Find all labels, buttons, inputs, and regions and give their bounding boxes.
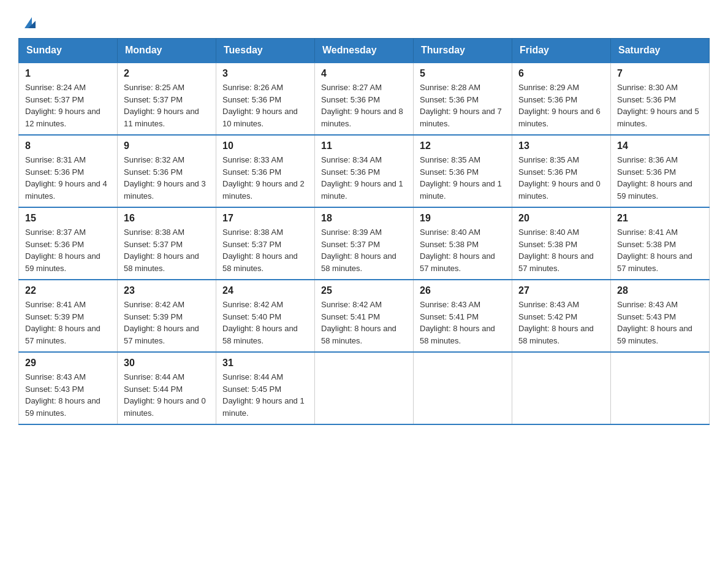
logo-icon <box>20 12 40 33</box>
daylight-label: Daylight: 8 hours and 58 minutes. <box>420 324 495 345</box>
daylight-label: Daylight: 9 hours and 1 minute. <box>222 396 305 418</box>
sunrise-label: Sunrise: 8:42 AM <box>222 300 283 309</box>
day-number: 30 <box>124 358 210 369</box>
sunrise-label: Sunrise: 8:41 AM <box>617 228 678 237</box>
day-cell <box>611 352 710 424</box>
day-cell: 19 Sunrise: 8:40 AM Sunset: 5:38 PM Dayl… <box>414 207 512 280</box>
day-info: Sunrise: 8:44 AM Sunset: 5:44 PM Dayligh… <box>124 371 210 419</box>
daylight-label: Daylight: 9 hours and 0 minutes. <box>518 179 601 201</box>
day-number: 1 <box>25 68 111 79</box>
day-info: Sunrise: 8:36 AM Sunset: 5:36 PM Dayligh… <box>617 154 703 202</box>
daylight-label: Daylight: 8 hours and 58 minutes. <box>321 251 396 273</box>
daylight-label: Daylight: 8 hours and 58 minutes. <box>222 324 298 345</box>
day-cell: 9 Sunrise: 8:32 AM Sunset: 5:36 PM Dayli… <box>118 135 216 207</box>
day-number: 8 <box>25 140 111 151</box>
week-row-1: 1 Sunrise: 8:24 AM Sunset: 5:37 PM Dayli… <box>19 63 710 135</box>
daylight-label: Daylight: 9 hours and 10 minutes. <box>222 107 298 128</box>
daylight-label: Daylight: 9 hours and 11 minutes. <box>124 107 199 128</box>
sunset-label: Sunset: 5:43 PM <box>25 385 84 394</box>
sunrise-label: Sunrise: 8:25 AM <box>124 83 184 92</box>
sunrise-label: Sunrise: 8:29 AM <box>518 83 579 92</box>
day-info: Sunrise: 8:30 AM Sunset: 5:36 PM Dayligh… <box>617 82 703 129</box>
day-cell <box>414 352 512 424</box>
day-number: 3 <box>222 68 308 79</box>
daylight-label: Daylight: 8 hours and 57 minutes. <box>25 324 100 345</box>
sunset-label: Sunset: 5:41 PM <box>420 312 479 321</box>
daylight-label: Daylight: 9 hours and 3 minutes. <box>124 179 206 201</box>
day-cell: 20 Sunrise: 8:40 AM Sunset: 5:38 PM Dayl… <box>512 207 611 280</box>
sunset-label: Sunset: 5:43 PM <box>617 312 676 321</box>
week-row-4: 22 Sunrise: 8:41 AM Sunset: 5:39 PM Dayl… <box>19 280 710 352</box>
day-info: Sunrise: 8:38 AM Sunset: 5:37 PM Dayligh… <box>222 226 308 274</box>
daylight-label: Daylight: 8 hours and 59 minutes. <box>617 179 692 201</box>
day-cell <box>512 352 611 424</box>
sunrise-label: Sunrise: 8:32 AM <box>124 155 184 164</box>
sunrise-label: Sunrise: 8:37 AM <box>25 228 86 237</box>
day-cell: 4 Sunrise: 8:27 AM Sunset: 5:36 PM Dayli… <box>315 63 414 135</box>
day-info: Sunrise: 8:32 AM Sunset: 5:36 PM Dayligh… <box>124 154 210 202</box>
daylight-label: Daylight: 8 hours and 57 minutes. <box>420 251 495 273</box>
sunset-label: Sunset: 5:39 PM <box>124 312 183 321</box>
daylight-label: Daylight: 8 hours and 59 minutes. <box>25 396 100 418</box>
day-info: Sunrise: 8:43 AM Sunset: 5:43 PM Dayligh… <box>25 371 111 419</box>
day-number: 7 <box>617 68 703 79</box>
sunrise-label: Sunrise: 8:39 AM <box>321 228 382 237</box>
day-info: Sunrise: 8:24 AM Sunset: 5:37 PM Dayligh… <box>25 82 111 129</box>
sunrise-label: Sunrise: 8:42 AM <box>321 300 382 309</box>
sunrise-label: Sunrise: 8:24 AM <box>25 83 86 92</box>
day-cell: 14 Sunrise: 8:36 AM Sunset: 5:36 PM Dayl… <box>611 135 710 207</box>
logo <box>18 12 40 28</box>
day-info: Sunrise: 8:34 AM Sunset: 5:36 PM Dayligh… <box>321 154 407 202</box>
sunset-label: Sunset: 5:37 PM <box>124 95 183 104</box>
day-info: Sunrise: 8:41 AM Sunset: 5:39 PM Dayligh… <box>25 299 111 347</box>
sunset-label: Sunset: 5:40 PM <box>222 312 281 321</box>
week-row-3: 15 Sunrise: 8:37 AM Sunset: 5:36 PM Dayl… <box>19 207 710 280</box>
day-info: Sunrise: 8:37 AM Sunset: 5:36 PM Dayligh… <box>25 226 111 274</box>
day-number: 15 <box>25 213 111 224</box>
daylight-label: Daylight: 8 hours and 59 minutes. <box>617 324 692 345</box>
day-number: 14 <box>617 140 703 151</box>
sunset-label: Sunset: 5:37 PM <box>222 240 281 249</box>
daylight-label: Daylight: 9 hours and 1 minute. <box>321 179 403 201</box>
day-cell: 17 Sunrise: 8:38 AM Sunset: 5:37 PM Dayl… <box>216 207 315 280</box>
sunset-label: Sunset: 5:41 PM <box>321 312 380 321</box>
day-cell: 12 Sunrise: 8:35 AM Sunset: 5:36 PM Dayl… <box>414 135 512 207</box>
day-number: 5 <box>420 68 506 79</box>
day-cell: 24 Sunrise: 8:42 AM Sunset: 5:40 PM Dayl… <box>216 280 315 352</box>
sunset-label: Sunset: 5:36 PM <box>420 167 479 177</box>
day-info: Sunrise: 8:25 AM Sunset: 5:37 PM Dayligh… <box>124 82 210 129</box>
daylight-label: Daylight: 8 hours and 57 minutes. <box>617 251 692 273</box>
day-cell: 31 Sunrise: 8:44 AM Sunset: 5:45 PM Dayl… <box>216 352 315 424</box>
day-number: 28 <box>617 285 703 296</box>
sunset-label: Sunset: 5:38 PM <box>617 240 676 249</box>
sunrise-label: Sunrise: 8:34 AM <box>321 155 382 164</box>
day-info: Sunrise: 8:40 AM Sunset: 5:38 PM Dayligh… <box>518 226 604 274</box>
day-cell: 27 Sunrise: 8:43 AM Sunset: 5:42 PM Dayl… <box>512 280 611 352</box>
sunrise-label: Sunrise: 8:43 AM <box>420 300 480 309</box>
day-cell: 1 Sunrise: 8:24 AM Sunset: 5:37 PM Dayli… <box>19 63 118 135</box>
column-header-monday: Monday <box>118 39 216 63</box>
sunset-label: Sunset: 5:39 PM <box>25 312 84 321</box>
sunrise-label: Sunrise: 8:38 AM <box>124 228 184 237</box>
day-number: 22 <box>25 285 111 296</box>
day-number: 6 <box>518 68 604 79</box>
day-cell: 7 Sunrise: 8:30 AM Sunset: 5:36 PM Dayli… <box>611 63 710 135</box>
day-number: 21 <box>617 213 703 224</box>
day-cell: 29 Sunrise: 8:43 AM Sunset: 5:43 PM Dayl… <box>19 352 118 424</box>
day-info: Sunrise: 8:35 AM Sunset: 5:36 PM Dayligh… <box>420 154 506 202</box>
sunrise-label: Sunrise: 8:35 AM <box>420 155 480 164</box>
day-info: Sunrise: 8:40 AM Sunset: 5:38 PM Dayligh… <box>420 226 506 274</box>
day-info: Sunrise: 8:43 AM Sunset: 5:43 PM Dayligh… <box>617 299 703 347</box>
day-info: Sunrise: 8:38 AM Sunset: 5:37 PM Dayligh… <box>124 226 210 274</box>
sunset-label: Sunset: 5:42 PM <box>518 312 577 321</box>
sunset-label: Sunset: 5:36 PM <box>321 167 380 177</box>
sunrise-label: Sunrise: 8:36 AM <box>617 155 678 164</box>
day-info: Sunrise: 8:29 AM Sunset: 5:36 PM Dayligh… <box>518 82 604 129</box>
day-number: 9 <box>124 140 210 151</box>
day-info: Sunrise: 8:31 AM Sunset: 5:36 PM Dayligh… <box>25 154 111 202</box>
day-number: 24 <box>222 285 308 296</box>
day-number: 20 <box>518 213 604 224</box>
day-number: 19 <box>420 213 506 224</box>
day-number: 12 <box>420 140 506 151</box>
day-cell: 8 Sunrise: 8:31 AM Sunset: 5:36 PM Dayli… <box>19 135 118 207</box>
